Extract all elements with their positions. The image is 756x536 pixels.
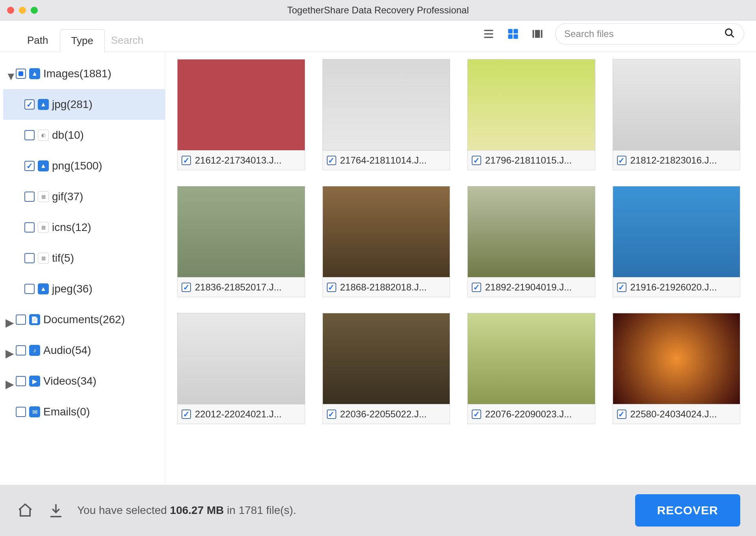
images-icon: ▲ <box>29 68 40 79</box>
file-tile[interactable]: 22036-22055022.J... <box>322 313 450 424</box>
home-button[interactable] <box>16 501 35 520</box>
file-thumbnail[interactable] <box>322 186 450 277</box>
minimize-window-button[interactable] <box>19 7 26 14</box>
checkbox-emails[interactable] <box>16 407 26 417</box>
file-checkbox[interactable] <box>182 283 191 292</box>
export-button[interactable] <box>46 501 65 520</box>
file-caption: 22076-22090023.J... <box>467 404 595 424</box>
tree-label: Videos(34) <box>43 375 96 387</box>
grid-view-icon[interactable] <box>506 27 520 41</box>
sidebar[interactable]: ▼ ▲ Images(1881) ▲ jpg(281) ◐ db(10) ▲ p… <box>0 52 165 485</box>
file-checkbox[interactable] <box>472 156 481 165</box>
file-checkbox[interactable] <box>617 409 626 419</box>
svg-rect-3 <box>508 29 513 33</box>
file-tile[interactable]: 21836-21852017.J... <box>177 186 305 297</box>
checkbox-tif[interactable] <box>24 253 35 263</box>
checkbox-jpg[interactable] <box>24 99 35 110</box>
file-checkbox[interactable] <box>617 283 626 292</box>
file-thumbnail[interactable] <box>322 59 450 151</box>
checkbox-png[interactable] <box>24 161 35 171</box>
tree-label: Audio(54) <box>43 344 91 357</box>
tree-label: Emails(0) <box>43 406 90 418</box>
file-thumbnail[interactable] <box>177 59 305 151</box>
tree-tif[interactable]: ▦ tif(5) <box>3 243 165 274</box>
tree-png[interactable]: ▲ png(1500) <box>3 151 165 181</box>
column-view-icon[interactable] <box>531 27 544 41</box>
file-tile[interactable]: 22580-24034024.J... <box>613 313 741 424</box>
file-thumbnail[interactable] <box>613 186 741 277</box>
checkbox-icns[interactable] <box>24 222 35 233</box>
file-thumbnail[interactable] <box>177 186 305 277</box>
jpeg-icon: ▲ <box>38 283 49 294</box>
file-checkbox[interactable] <box>327 156 336 165</box>
file-thumbnail[interactable] <box>177 313 305 404</box>
file-caption: 21868-21882018.J... <box>322 277 450 297</box>
caret-right-icon: ▶ <box>6 378 13 385</box>
file-name: 21812-21823016.J... <box>630 155 717 166</box>
checkbox-audio[interactable] <box>16 345 26 355</box>
file-tile[interactable]: 21764-21811014.J... <box>322 59 450 170</box>
tree-videos[interactable]: ▶ ▶ Videos(34) <box>3 366 165 396</box>
file-tile[interactable]: 22076-22090023.J... <box>467 313 595 424</box>
maximize-window-button[interactable] <box>31 7 38 14</box>
svg-point-10 <box>726 29 732 35</box>
file-tile[interactable]: 21868-21882018.J... <box>322 186 450 297</box>
file-thumbnail[interactable] <box>613 313 741 404</box>
file-grid-area[interactable]: 21612-21734013.J...21764-21811014.J...21… <box>165 52 756 485</box>
checkbox-gif[interactable] <box>24 192 35 202</box>
file-checkbox[interactable] <box>617 156 626 165</box>
search-files[interactable] <box>555 23 744 45</box>
file-caption: 21764-21811014.J... <box>322 151 450 170</box>
file-name: 21868-21882018.J... <box>340 282 427 293</box>
tab-type[interactable]: Type <box>60 29 105 52</box>
close-window-button[interactable] <box>7 7 14 14</box>
tree-audio[interactable]: ▶ ♪ Audio(54) <box>3 335 165 366</box>
file-thumbnail[interactable] <box>613 59 741 151</box>
file-checkbox[interactable] <box>182 156 191 165</box>
recover-button[interactable]: RECOVER <box>635 494 740 527</box>
file-name: 22580-24034024.J... <box>630 409 717 420</box>
tree-gif[interactable]: ▦ gif(37) <box>3 181 165 212</box>
file-name: 21764-21811014.J... <box>340 155 427 166</box>
file-caption: 22012-22024021.J... <box>177 404 305 424</box>
file-checkbox[interactable] <box>472 283 481 292</box>
svg-rect-7 <box>533 30 534 38</box>
tree-jpeg[interactable]: ▲ jpeg(36) <box>3 274 165 304</box>
svg-rect-5 <box>508 34 513 39</box>
search-input[interactable] <box>564 28 719 39</box>
file-caption: 21796-21811015.J... <box>467 151 595 170</box>
tree-icns[interactable]: ▦ icns(12) <box>3 212 165 243</box>
checkbox-jpeg[interactable] <box>24 284 35 294</box>
file-tile[interactable]: 21892-21904019.J... <box>467 186 595 297</box>
checkbox-videos[interactable] <box>16 376 26 386</box>
gif-icon: ▦ <box>38 191 49 202</box>
file-caption: 22036-22055022.J... <box>322 404 450 424</box>
tree-db[interactable]: ◐ db(10) <box>3 120 165 151</box>
list-view-icon[interactable] <box>482 27 495 41</box>
tree-emails[interactable]: ▶ ✉ Emails(0) <box>3 396 165 427</box>
file-tile[interactable]: 21812-21823016.J... <box>613 59 741 170</box>
tab-path[interactable]: Path <box>16 29 60 52</box>
file-name: 21796-21811015.J... <box>485 155 572 166</box>
tree-jpg[interactable]: ▲ jpg(281) <box>3 89 165 120</box>
file-thumbnail[interactable] <box>467 186 595 277</box>
file-tile[interactable]: 21796-21811015.J... <box>467 59 595 170</box>
file-thumbnail[interactable] <box>467 313 595 404</box>
status-prefix: You have selected <box>77 504 170 516</box>
status-size: 106.27 MB <box>170 504 224 516</box>
file-thumbnail[interactable] <box>322 313 450 404</box>
tree-images[interactable]: ▼ ▲ Images(1881) <box>3 58 165 89</box>
file-tile[interactable]: 21612-21734013.J... <box>177 59 305 170</box>
file-checkbox[interactable] <box>327 409 336 419</box>
file-thumbnail[interactable] <box>467 59 595 151</box>
tree-documents[interactable]: ▶ 📄 Documents(262) <box>3 304 165 335</box>
checkbox-images[interactable] <box>16 69 26 79</box>
file-tile[interactable]: 21916-21926020.J... <box>613 186 741 297</box>
file-checkbox[interactable] <box>472 409 481 419</box>
file-checkbox[interactable] <box>327 283 336 292</box>
checkbox-documents[interactable] <box>16 315 26 325</box>
checkbox-db[interactable] <box>24 130 35 140</box>
file-tile[interactable]: 22012-22024021.J... <box>177 313 305 424</box>
file-checkbox[interactable] <box>182 409 191 419</box>
tab-search-input[interactable]: Search <box>105 29 150 52</box>
